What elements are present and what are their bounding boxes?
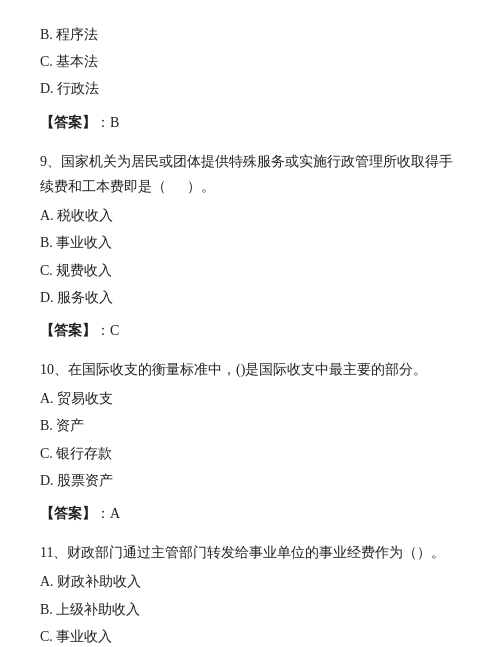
option-10-a: A. 贸易收支	[40, 386, 460, 411]
answer-label-10: 【答案】	[40, 506, 96, 521]
option-11-b: B. 上级补助收入	[40, 597, 460, 622]
content-container: B. 程序法 C. 基本法 D. 行政法 【答案】：B 9、国家机关为居民或团体…	[40, 22, 460, 647]
option-10-c: C. 银行存款	[40, 441, 460, 466]
question-11: 11、财政部门通过主管部门转发给事业单位的事业经费作为（）。	[40, 540, 460, 565]
answer-label-9: 【答案】	[40, 323, 96, 338]
answer-value-10: A	[110, 506, 120, 521]
option-10-b: B. 资产	[40, 413, 460, 438]
option-9-d: D. 服务收入	[40, 285, 460, 310]
option-11-a: A. 财政补助收入	[40, 569, 460, 594]
answer-10: 【答案】：A	[40, 501, 460, 526]
answer-value: B	[110, 115, 119, 130]
question-9: 9、国家机关为居民或团体提供特殊服务或实施行政管理所收取得手续费和工本费即是（ …	[40, 149, 460, 199]
answer-8: 【答案】：B	[40, 110, 460, 135]
option-11-c: C. 事业收入	[40, 624, 460, 647]
answer-value-9: C	[110, 323, 119, 338]
answer-colon-9: ：	[96, 323, 110, 338]
question-10: 10、在国际收支的衡量标准中，()是国际收支中最主要的部分。	[40, 357, 460, 382]
option-b: B. 程序法	[40, 22, 460, 47]
option-c: C. 基本法	[40, 49, 460, 74]
answer-label: 【答案】	[40, 115, 96, 130]
option-9-c: C. 规费收入	[40, 258, 460, 283]
option-9-b: B. 事业收入	[40, 230, 460, 255]
options-11: A. 财政补助收入 B. 上级补助收入 C. 事业收入 D. 其他收入	[40, 569, 460, 647]
options-10: A. 贸易收支 B. 资产 C. 银行存款 D. 股票资产	[40, 386, 460, 493]
options-only-block: B. 程序法 C. 基本法 D. 行政法	[40, 22, 460, 102]
option-d: D. 行政法	[40, 76, 460, 101]
answer-colon: ：	[96, 115, 110, 130]
options-9: A. 税收收入 B. 事业收入 C. 规费收入 D. 服务收入	[40, 203, 460, 310]
option-10-d: D. 股票资产	[40, 468, 460, 493]
answer-colon-10: ：	[96, 506, 110, 521]
answer-9: 【答案】：C	[40, 318, 460, 343]
option-9-a: A. 税收收入	[40, 203, 460, 228]
